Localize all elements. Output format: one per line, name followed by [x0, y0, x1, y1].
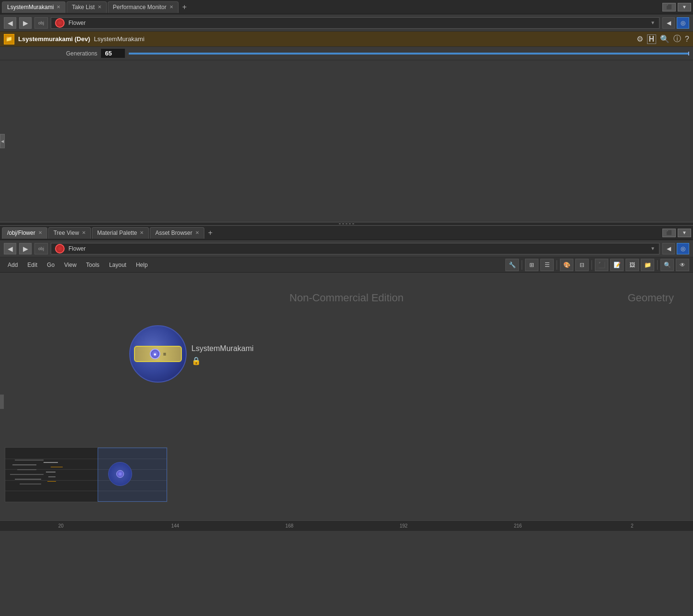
- back-button[interactable]: ◀: [4, 17, 16, 29]
- node-label: LsystemMurakami: [191, 344, 254, 353]
- bottom-toolbar-right: ◀ ◎: [662, 243, 689, 254]
- tab-assetbrowser-label: Asset Browser: [155, 230, 192, 236]
- bottom-flower-icon: [55, 244, 65, 253]
- scene-icon: obj: [34, 17, 48, 29]
- left-collapse-button[interactable]: ◀: [0, 134, 5, 148]
- toolbar-eye-icon[interactable]: 👁: [676, 259, 689, 271]
- ruler: 20 144 168 192 216 2: [0, 520, 693, 531]
- node-lock-icon: 🔒: [191, 356, 201, 365]
- bottom-tab-add-button[interactable]: +: [205, 229, 215, 237]
- tab-objflower-close[interactable]: ✕: [38, 231, 42, 235]
- node-pill: ● ≡: [134, 346, 182, 362]
- node-bar-name: LsystemMurakami: [94, 35, 144, 43]
- node-graph[interactable]: Non-Commercial Edition Geometry ● ≡ Lsys…: [0, 273, 693, 531]
- tab-treeview[interactable]: Tree View ✕: [48, 227, 91, 239]
- toolbar-folder-icon[interactable]: 📁: [641, 259, 654, 271]
- bottom-left-edge-button[interactable]: [0, 395, 4, 409]
- menu-edit[interactable]: Edit: [23, 260, 41, 270]
- bottom-scene-icon-label: obj: [38, 246, 44, 251]
- help-icon[interactable]: ?: [685, 35, 689, 44]
- menu-add[interactable]: Add: [4, 260, 22, 270]
- generations-slider[interactable]: [129, 53, 689, 55]
- bottom-window-layout-button[interactable]: ⬛: [662, 229, 676, 237]
- ruler-mark-5: 2: [575, 523, 689, 528]
- toolbar-window-icon[interactable]: ⬛: [595, 259, 608, 271]
- menu-go[interactable]: Go: [43, 260, 58, 270]
- bottom-window-expand-button[interactable]: ▼: [678, 229, 691, 237]
- tab-perfmon[interactable]: Performance Monitor ✕: [108, 1, 179, 13]
- bottom-orbit-button[interactable]: ◎: [677, 243, 689, 254]
- toolbar-list-icon[interactable]: ☰: [540, 259, 554, 271]
- menu-tools[interactable]: Tools: [82, 260, 103, 270]
- gear-icon[interactable]: ⚙: [637, 34, 643, 44]
- info-icon[interactable]: ⓘ: [673, 34, 681, 44]
- menu-bar-right: 🔧 ⊞ ☰ 🎨 ⊟ ⬛ 📝 🖼 📁 🔍 👁: [505, 259, 689, 271]
- path-dropdown[interactable]: Flower ▼: [51, 17, 659, 29]
- ruler-mark-3: 192: [346, 523, 461, 528]
- tab-matpalette[interactable]: Material Palette ✕: [92, 227, 149, 239]
- bottom-path-dropdown[interactable]: Flower ▼: [51, 243, 659, 254]
- tab-objflower-label: /obj/Flower: [7, 230, 35, 236]
- tab-perfmon-label: Performance Monitor: [113, 4, 167, 11]
- resize-dot-4: [349, 223, 351, 224]
- menu-layout[interactable]: Layout: [105, 260, 130, 270]
- tab-takelist[interactable]: Take List ✕: [67, 1, 106, 13]
- tab-lsystem-close[interactable]: ✕: [56, 5, 60, 10]
- bottom-tab-bar-controls: ⬛ ▼: [662, 229, 691, 237]
- toolbar-image-icon[interactable]: 🖼: [626, 259, 639, 271]
- tab-takelist-close[interactable]: ✕: [98, 5, 101, 10]
- tab-lsystem[interactable]: LsystemMurakami ✕: [2, 1, 66, 13]
- ruler-mark-1: 144: [118, 523, 233, 528]
- menu-view[interactable]: View: [60, 260, 80, 270]
- toolbar-palette-icon[interactable]: 🎨: [560, 259, 573, 271]
- toolbar-wrench-icon[interactable]: 🔧: [505, 259, 519, 271]
- toolbar-notes-icon[interactable]: 📝: [610, 259, 624, 271]
- tab-objflower[interactable]: /obj/Flower ✕: [2, 227, 47, 239]
- ruler-mark-4: 216: [461, 523, 575, 528]
- resize-dot-2: [342, 223, 344, 224]
- top-tab-bar: LsystemMurakami ✕ Take List ✕ Performanc…: [0, 0, 693, 14]
- bottom-back-button[interactable]: ◀: [4, 243, 16, 254]
- mini-map: [5, 447, 168, 502]
- pin-button[interactable]: ◀: [662, 17, 675, 29]
- tab-perfmon-close[interactable]: ✕: [169, 5, 173, 10]
- h-icon[interactable]: H: [647, 34, 657, 44]
- tab-assetbrowser[interactable]: Asset Browser ✕: [150, 227, 204, 239]
- path-label: Flower: [68, 20, 86, 26]
- tab-assetbrowser-close[interactable]: ✕: [195, 231, 199, 235]
- flower-icon: [55, 18, 65, 28]
- window-layout-button[interactable]: ⬛: [662, 3, 676, 11]
- resize-dot-5: [352, 223, 354, 224]
- generations-value[interactable]: 65: [101, 49, 125, 58]
- toolbar-search-icon[interactable]: 🔍: [660, 259, 674, 271]
- forward-button[interactable]: ▶: [19, 17, 32, 29]
- tab-treeview-close[interactable]: ✕: [82, 231, 86, 235]
- tab-treeview-label: Tree View: [54, 230, 79, 236]
- bottom-tab-bar: /obj/Flower ✕ Tree View ✕ Material Palet…: [0, 226, 693, 240]
- scene-icon-label: obj: [38, 21, 44, 25]
- node-pill-text: ≡: [163, 351, 166, 357]
- bottom-dropdown-arrow-icon: ▼: [650, 246, 655, 251]
- bottom-pin-button[interactable]: ◀: [662, 243, 675, 254]
- tab-matpalette-label: Material Palette: [97, 230, 137, 236]
- separator-3: [592, 260, 592, 270]
- menu-help[interactable]: Help: [132, 260, 152, 270]
- bottom-toolbar: ◀ ▶ obj Flower ▼ ◀ ◎: [0, 240, 693, 257]
- geometry-label: Geometry: [627, 292, 674, 304]
- bottom-forward-button[interactable]: ▶: [19, 243, 32, 254]
- orbit-button[interactable]: ◎: [677, 17, 689, 29]
- window-expand-button[interactable]: ▼: [678, 3, 691, 11]
- toolbar-grid1-icon[interactable]: ⊞: [525, 259, 538, 271]
- ruler-marks: 20 144 168 192 216 2: [4, 523, 689, 528]
- tab-matpalette-close[interactable]: ✕: [140, 231, 144, 235]
- toolbar-grid2-icon[interactable]: ⊟: [575, 259, 589, 271]
- search-icon[interactable]: 🔍: [660, 34, 670, 44]
- graph-node-lsystem[interactable]: ● ≡ LsystemMurakami 🔒: [129, 325, 187, 383]
- menu-bar: Add Edit Go View Tools Layout Help 🔧 ⊞ ☰…: [0, 257, 693, 273]
- tab-add-button[interactable]: +: [179, 3, 190, 11]
- tab-takelist-label: Take List: [72, 4, 94, 11]
- resize-handle[interactable]: [0, 222, 693, 226]
- toolbar-right: ◀ ◎: [662, 17, 689, 29]
- tab-lsystem-label: LsystemMurakami: [7, 4, 54, 11]
- main-content: ◀: [0, 60, 693, 222]
